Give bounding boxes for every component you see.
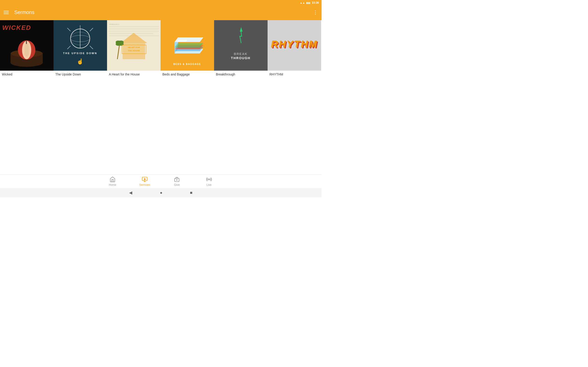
signal-icon: ▲▲ — [300, 1, 305, 4]
svg-point-61 — [208, 179, 209, 180]
sermon-card-rhythm[interactable]: RHYTHM RHYTHM RHYTHM RHYTHM — [268, 20, 321, 174]
page-title: Sermons — [14, 9, 35, 15]
sermon-card-heart-house[interactable]: EPHESIANS 2 HEART FOR THE — [107, 20, 161, 174]
back-button[interactable]: ◀ — [129, 190, 132, 195]
sermon-thumbnail-wicked: WICKED — [0, 20, 53, 71]
system-navigation: ◀ ● ■ — [0, 188, 321, 197]
clock: 10:26 — [312, 1, 319, 4]
home-icon — [110, 176, 115, 182]
sermon-card-upside-down[interactable]: THE UPSIDE DOWN ☝ The Upside Down — [53, 20, 107, 174]
nav-label-give: Give — [174, 183, 180, 186]
svg-text:☝: ☝ — [77, 58, 84, 65]
nav-label-sermons: Sermons — [139, 183, 150, 186]
svg-marker-43 — [174, 43, 203, 48]
svg-text:WICKED: WICKED — [2, 24, 31, 31]
nav-item-home[interactable]: Home — [106, 176, 120, 186]
sermon-label-beds-baggage: Beds and Baggage — [161, 71, 214, 77]
battery-icon: ▮▮▮ — [306, 1, 310, 4]
nav-label-home: Home — [109, 183, 116, 186]
svg-marker-55 — [144, 178, 146, 180]
sermon-thumbnail-upside-down: THE UPSIDE DOWN ☝ — [53, 20, 107, 71]
sermon-thumbnail-heart-house: EPHESIANS 2 HEART FOR THE — [107, 20, 161, 71]
status-bar: ▲▲ ▮▮▮ 10:26 — [300, 0, 321, 6]
sermon-thumbnail-breakthrough: BREAK THROUGH — [214, 20, 268, 71]
svg-text:RHYTHM: RHYTHM — [271, 39, 318, 49]
svg-marker-40 — [177, 40, 187, 42]
svg-text:THROUGH: THROUGH — [231, 56, 251, 60]
svg-text:THE UPSIDE DOWN: THE UPSIDE DOWN — [63, 52, 97, 55]
sermon-card-beds-baggage[interactable]: BEDS & BAGGAGE Beds and Baggage — [161, 20, 214, 174]
sermon-card-wicked[interactable]: WICKED Wicked — [0, 20, 53, 174]
more-options-button[interactable]: ⋮ — [313, 10, 318, 15]
sermon-label-breakthrough: Breakthrough — [214, 71, 268, 77]
content-area: WICKED Wicked — [0, 20, 321, 174]
sermon-label-upside-down: The Upside Down — [53, 71, 107, 77]
home-button[interactable]: ● — [160, 190, 162, 195]
nav-item-sermons[interactable]: Sermons — [138, 176, 152, 186]
svg-text:HEART FOR: HEART FOR — [128, 46, 140, 49]
svg-rect-46 — [214, 20, 268, 71]
nav-item-give[interactable]: Give — [170, 176, 184, 186]
nav-items: Home Sermons Give — [106, 176, 216, 186]
sermons-icon — [142, 176, 148, 182]
svg-rect-7 — [26, 41, 27, 44]
nav-item-live[interactable]: Live — [202, 176, 216, 186]
live-icon — [206, 176, 212, 182]
svg-text:BEDS & BAGGAGE: BEDS & BAGGAGE — [173, 63, 201, 65]
svg-text:BREAK: BREAK — [234, 52, 248, 56]
sermon-card-breakthrough[interactable]: BREAK THROUGH Breakthrough — [214, 20, 268, 174]
status-bar-background — [0, 0, 321, 6]
sermon-label-rhythm: RHYTHM — [268, 71, 321, 77]
svg-text:EPHESIANS 2: EPHESIANS 2 — [109, 23, 119, 25]
nav-label-live: Live — [207, 183, 212, 186]
give-icon — [174, 176, 180, 182]
hamburger-menu-button[interactable] — [4, 11, 9, 14]
sermon-label-heart-house: A Heart for the House — [107, 71, 161, 77]
sermon-thumbnail-rhythm: RHYTHM RHYTHM RHYTHM — [268, 20, 321, 71]
sermon-thumbnail-beds-baggage: BEDS & BAGGAGE — [161, 20, 214, 71]
sermon-grid: WICKED Wicked — [0, 20, 321, 174]
svg-point-6 — [24, 43, 29, 57]
sermon-label-wicked: Wicked — [0, 71, 53, 77]
svg-text:THE HOUSE: THE HOUSE — [128, 50, 140, 52]
recent-button[interactable]: ■ — [190, 190, 192, 195]
